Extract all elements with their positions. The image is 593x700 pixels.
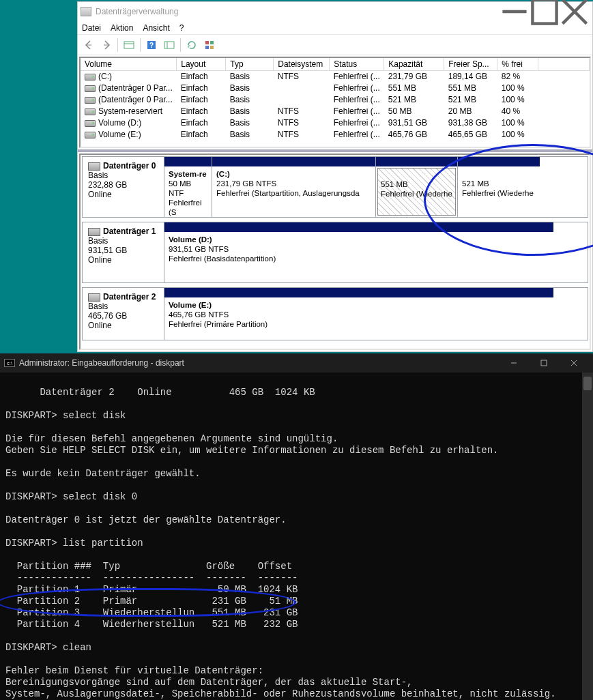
cmd-close-button[interactable] <box>559 353 589 373</box>
disk-icon <box>88 228 100 236</box>
titlebar[interactable]: Datenträgerverwaltung <box>78 2 592 21</box>
disk-icon <box>85 132 96 138</box>
partition[interactable]: Volume (D:)931,51 GB NTFSFehlerfrei (Bas… <box>164 222 553 282</box>
table-row[interactable]: Volume (E:)EinfachBasisNTFSFehlerfrei (.… <box>81 129 590 141</box>
help-icon[interactable]: ? <box>143 37 160 53</box>
svg-rect-13 <box>210 46 214 49</box>
disk-row[interactable]: Datenträger 2Basis465,76 GBOnlineVolume … <box>82 287 588 340</box>
svg-text:?: ? <box>149 42 154 49</box>
menu-action[interactable]: Aktion <box>111 23 133 33</box>
cmd-scroll-thumb[interactable] <box>583 377 592 390</box>
disk-icon <box>85 74 96 81</box>
table-row[interactable]: (Datenträger 0 Par...EinfachBasisFehlerf… <box>81 83 590 94</box>
menu-file[interactable]: Datei <box>82 23 101 33</box>
svg-rect-1 <box>532 0 556 24</box>
partition[interactable]: System-re50 MB NTFFehlerfrei (S <box>164 157 212 217</box>
disk-icon <box>85 85 96 92</box>
back-button[interactable] <box>81 37 97 53</box>
cmd-icon: c:\ <box>4 359 15 367</box>
table-row[interactable]: (Datenträger 0 Par...EinfachBasisFehlerf… <box>81 94 590 106</box>
disk-icon <box>88 162 100 171</box>
disk-info[interactable]: Datenträger 2Basis465,76 GBOnline <box>83 288 164 340</box>
cmd-titlebar[interactable]: c:\ Administrator: Eingabeaufforderung -… <box>0 353 593 373</box>
volume-list[interactable]: VolumeLayoutTypDateisystemStatusKapazitä… <box>79 57 591 148</box>
window-title: Datenträgerverwaltung <box>96 7 500 16</box>
close-button[interactable] <box>560 2 590 21</box>
disk-icon <box>88 293 100 302</box>
svg-rect-15 <box>541 360 547 366</box>
disk-row[interactable]: Datenträger 0Basis232,88 GBOnlineSystem-… <box>82 156 588 218</box>
disk-info[interactable]: Datenträger 1Basis931,51 GBOnline <box>83 222 164 282</box>
disk-graphic-pane[interactable]: Datenträger 0Basis232,88 GBOnlineSystem-… <box>79 154 591 350</box>
menubar: Datei Aktion Ansicht ? <box>78 21 592 35</box>
svg-rect-4 <box>124 42 134 48</box>
svg-rect-11 <box>210 41 214 44</box>
partition[interactable]: 551 MBFehlerfrei (Wiederhe <box>376 157 458 217</box>
table-header[interactable]: VolumeLayoutTypDateisystemStatusKapazitä… <box>81 58 590 71</box>
toolbar: ? <box>78 35 592 55</box>
svg-rect-8 <box>164 42 174 48</box>
cmd-window: c:\ Administrator: Eingabeaufforderung -… <box>0 353 593 700</box>
table-row[interactable]: System-reserviertEinfachBasisNTFSFehlerf… <box>81 106 590 117</box>
partition[interactable]: Volume (E:)465,76 GB NTFSFehlerfrei (Pri… <box>164 288 553 340</box>
forward-button[interactable] <box>98 37 115 53</box>
cmd-minimize-button[interactable] <box>499 353 529 373</box>
disk-info[interactable]: Datenträger 0Basis232,88 GBOnline <box>83 157 164 217</box>
svg-rect-10 <box>205 41 209 44</box>
app-icon <box>81 7 91 16</box>
table-row[interactable]: (C:)EinfachBasisNTFSFehlerfrei (...231,7… <box>81 71 590 83</box>
tb-grid-icon[interactable] <box>201 37 218 53</box>
cmd-scrollbar[interactable] <box>582 373 593 700</box>
svg-rect-12 <box>205 46 209 49</box>
cmd-output[interactable]: Datenträger 2 Online 465 GB 1024 KB DISK… <box>0 373 593 700</box>
table-row[interactable]: Volume (D:)EinfachBasisNTFSFehlerfrei (.… <box>81 117 590 129</box>
disk-icon <box>85 120 96 127</box>
disk-icon <box>85 108 96 115</box>
cmd-text: Datenträger 2 Online 465 GB 1024 KB DISK… <box>5 387 556 700</box>
menu-help[interactable]: ? <box>179 23 184 33</box>
cmd-maximize-button[interactable] <box>529 353 559 373</box>
partition[interactable]: 521 MBFehlerfrei (Wiederhe <box>458 157 540 217</box>
pane-splitter[interactable] <box>78 149 592 152</box>
tb-view-icon[interactable] <box>121 37 137 53</box>
tb-list-icon[interactable] <box>161 37 177 53</box>
refresh-icon[interactable] <box>184 37 200 53</box>
disk-management-window: Datenträgerverwaltung Datei Aktion Ansic… <box>77 1 593 352</box>
minimize-button[interactable] <box>500 2 530 21</box>
disk-icon <box>85 97 96 104</box>
disk-row[interactable]: Datenträger 1Basis931,51 GBOnlineVolume … <box>82 222 588 283</box>
menu-view[interactable]: Ansicht <box>143 23 169 33</box>
cmd-title-text: Administrator: Eingabeaufforderung - dis… <box>19 358 499 368</box>
maximize-button[interactable] <box>530 2 560 21</box>
partition[interactable]: (C:)231,79 GB NTFSFehlerfrei (Startparti… <box>212 157 376 217</box>
